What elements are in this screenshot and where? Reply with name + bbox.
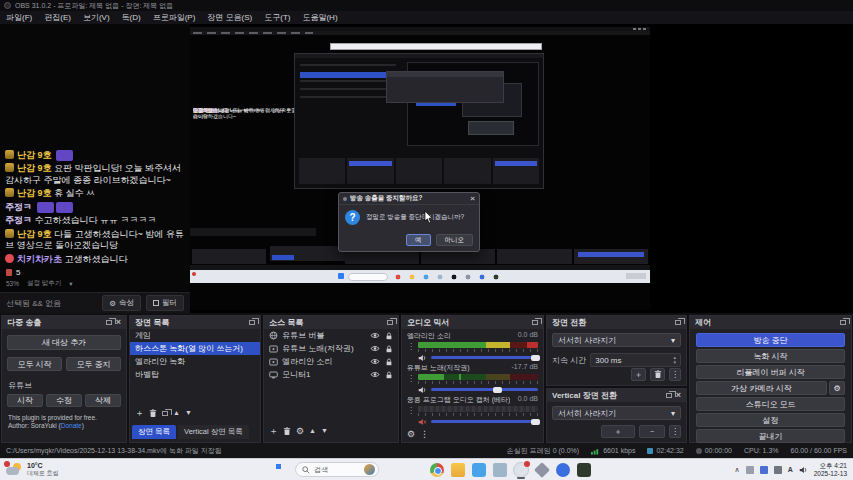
popout-icon[interactable] [532,320,538,325]
tab-vertical-scene-list[interactable]: Vertical 장면 목록 [178,425,249,439]
preview-canvas[interactable]: 난감 9호 난감 9호 요판 막판입니당! 오늘 봐주셔서 감사하구 주말에 종… [190,27,650,310]
notepad-icon[interactable] [493,463,507,477]
visibility-eye-icon[interactable] [370,371,380,378]
menu-file[interactable]: 파일(F) [0,12,38,23]
properties-button[interactable]: ⚙속성 [102,295,141,311]
move-up-icon[interactable]: ▲ [309,426,316,436]
add-scene-icon[interactable]: ＋ [135,408,144,418]
yes-button[interactable]: 예 [406,234,431,246]
remove-scene-icon[interactable] [149,409,157,418]
menu-tools[interactable]: 도구(T) [258,12,296,23]
source-item[interactable]: 유튜브 버블 [264,329,398,342]
replay-buffer-button[interactable]: 리플레이 버퍼 시작 [696,365,845,379]
menu-profile[interactable]: 프로파일(P) [147,12,202,23]
studio-mode-button[interactable]: 스튜디오 모드 [696,397,845,411]
menu-view[interactable]: 보기(V) [77,12,116,23]
app-icon[interactable] [534,462,550,478]
taskbar-search[interactable]: 검색 [295,462,379,477]
visibility-eye-icon[interactable] [370,358,380,365]
target-delete-button[interactable]: 삭제 [85,394,121,407]
lock-icon[interactable] [385,371,393,379]
close-icon[interactable]: × [470,195,475,203]
volume-slider[interactable] [431,388,538,391]
stop-streaming-button[interactable]: 방송 중단 [696,333,845,347]
remove-transition-button[interactable] [650,368,665,381]
popout-icon[interactable] [106,320,112,325]
popout-icon[interactable] [675,320,681,325]
vertical-transition-type-select[interactable]: 서서히 사라지기▾ [552,406,681,420]
mixer-options-icon[interactable]: ⋮ [420,429,429,439]
exit-button[interactable]: 끝내기 [696,429,845,443]
speaker-muted-icon[interactable] [418,418,427,426]
no-button[interactable]: 아니오 [436,234,474,246]
spin-down-icon[interactable]: ▾ [673,360,676,365]
add-target-button[interactable]: 새 대상 추가 [7,335,121,350]
menu-scene-collection[interactable]: 장면 모음(S) [201,12,258,23]
lock-icon[interactable] [385,345,393,353]
channel-options-icon[interactable]: ⋮ [407,342,415,361]
menu-edit[interactable]: 편집(E) [38,12,77,23]
speaker-icon[interactable] [418,386,427,394]
vertical-transition-options-icon[interactable]: ⋮ [669,425,681,438]
tray-overflow-icon[interactable]: ∧ [735,466,740,474]
move-down-icon[interactable]: ▼ [321,426,328,436]
channel-options-icon[interactable]: ⋮ [407,406,415,425]
target-start-button[interactable]: 시작 [7,394,43,407]
tab-scene-list[interactable]: 장면 목록 [132,425,176,439]
source-item[interactable]: 엘라리안 소리 [264,355,398,368]
discord-icon[interactable] [556,463,570,477]
file-explorer-icon[interactable] [451,463,465,477]
transition-type-select[interactable]: 서서히 사라지기▾ [552,333,681,347]
chrome-icon[interactable] [430,463,444,477]
chevron-down-icon[interactable]: ▾ [69,280,72,288]
taskbar-clock[interactable]: 오후 4:21 2025-12-13 [814,462,847,477]
speaker-icon[interactable] [418,354,427,362]
add-vertical-transition-button[interactable]: ＋ [601,425,635,438]
start-button[interactable] [276,464,287,475]
remove-vertical-transition-button[interactable]: － [639,425,665,438]
duration-input[interactable]: 300 ms▴▾ [590,353,681,367]
obs-taskbar-icon[interactable] [514,463,528,477]
tray-icon[interactable] [746,466,754,474]
popout-icon[interactable] [249,320,255,325]
scene-item[interactable]: 엘라리안 녹화 [130,355,260,368]
stop-all-button[interactable]: 모두 중지 [66,357,121,371]
target-edit-button[interactable]: 수정 [46,394,82,407]
menu-docks[interactable]: 독(D) [116,12,147,23]
transition-options-icon[interactable]: ⋮ [669,368,681,381]
chat-follow-label[interactable]: 설정 맞추기 [27,279,61,288]
speaker-tray-icon[interactable] [799,466,808,474]
channel-options-icon[interactable]: ⋮ [407,374,415,393]
settings-button[interactable]: 설정 [696,413,845,427]
advanced-audio-gear-icon[interactable]: ⚙ [407,429,415,439]
menu-help[interactable]: 도움말(H) [296,12,343,23]
scene-item-selected[interactable]: 하스스톤 녹화(열 많이 쓰는거) [130,342,260,355]
add-source-icon[interactable]: ＋ [269,426,278,436]
close-icon[interactable]: × [116,318,121,327]
move-up-icon[interactable]: ▲ [173,408,180,418]
scene-filters-icon[interactable] [162,411,168,416]
tray-icon[interactable] [760,466,768,474]
filters-button[interactable]: 필터 [146,295,184,311]
start-all-button[interactable]: 모두 시작 [7,357,62,371]
popout-icon[interactable] [840,320,846,325]
lock-icon[interactable] [385,332,393,340]
virtual-camera-button[interactable]: 가상 카메라 시작 [696,381,827,395]
visibility-eye-icon[interactable] [370,345,380,352]
tray-icon[interactable] [774,466,782,474]
volume-slider[interactable] [431,356,538,359]
weather-widget[interactable]: 10°C대체로 흐림 [6,462,59,477]
close-icon[interactable]: × [676,391,681,400]
scene-item[interactable]: 바벨탑 [130,368,260,381]
source-item[interactable]: 모니터1 [264,368,398,381]
app-icon[interactable] [577,463,591,477]
add-transition-button[interactable]: ＋ [631,368,646,381]
start-recording-button[interactable]: 녹화 시작 [696,349,845,363]
visibility-eye-icon[interactable] [370,332,380,339]
volume-slider[interactable] [431,420,538,423]
virtual-camera-gear-icon[interactable]: ⚙ [829,381,845,395]
donate-link[interactable]: Donate [61,422,82,429]
move-down-icon[interactable]: ▼ [185,408,192,418]
lock-icon[interactable] [385,358,393,366]
popout-icon[interactable] [666,393,672,398]
